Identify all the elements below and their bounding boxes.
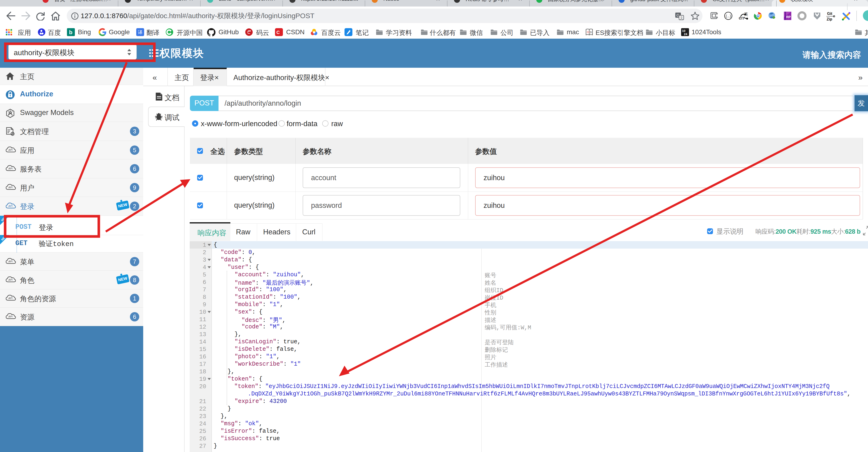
svg-text:API: API <box>8 297 12 300</box>
svg-text:文: 文 <box>680 16 683 20</box>
svg-text:24: 24 <box>684 32 687 36</box>
svg-text:API: API <box>8 167 12 170</box>
svg-text:API: API <box>8 205 12 207</box>
svg-text:{…}: {…} <box>725 15 732 19</box>
svg-text:RP: RP <box>786 15 790 19</box>
svg-text:Git: Git <box>827 12 832 16</box>
svg-text:Zip: Zip <box>827 17 832 21</box>
svg-text:en: en <box>739 16 744 21</box>
svg-text:API: API <box>8 315 12 318</box>
svg-text:API: API <box>8 186 12 189</box>
svg-text:C: C <box>276 30 280 35</box>
svg-text:API: API <box>8 148 12 151</box>
svg-text:译: 译 <box>138 30 143 35</box>
svg-text:API: API <box>8 260 12 263</box>
svg-text:API: API <box>8 278 12 281</box>
svg-text:10: 10 <box>682 29 685 33</box>
svg-text:①: ① <box>587 30 590 34</box>
svg-text:b: b <box>69 29 72 35</box>
svg-text:9: 9 <box>590 30 592 34</box>
